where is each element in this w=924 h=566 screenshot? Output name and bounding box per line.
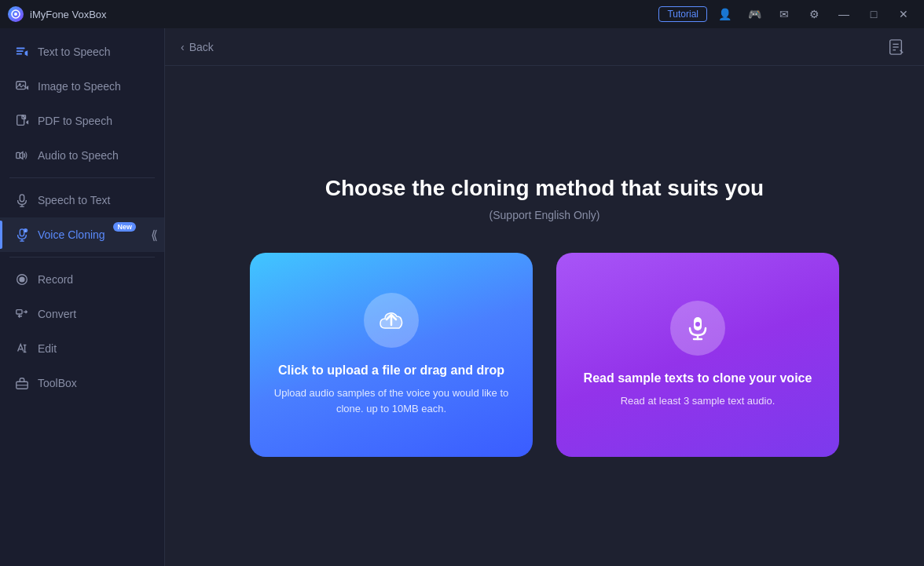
record-card-desc: Read at least 3 sample text audio. [621, 393, 776, 409]
speech-to-text-icon [14, 192, 30, 208]
sidebar-label-edit: Edit [38, 342, 57, 355]
tutorial-button[interactable]: Tutorial [658, 6, 707, 22]
game-icon[interactable]: 🎮 [742, 5, 767, 24]
close-button[interactable]: ✕ [891, 5, 916, 24]
sidebar-item-toolbox[interactable]: ToolBox [0, 366, 164, 400]
svg-rect-20 [16, 310, 22, 314]
help-icon[interactable] [883, 35, 908, 60]
sidebar-label-convert: Convert [38, 308, 76, 320]
sidebar-item-speech-to-text[interactable]: Speech to Text [0, 183, 164, 217]
svg-point-1 [14, 13, 17, 16]
edit-icon [14, 341, 30, 356]
user-icon[interactable]: 👤 [712, 5, 737, 24]
sidebar-label-speech-to-text: Speech to Text [38, 194, 110, 206]
sidebar-label-audio-to-speech: Audio to Speech [38, 149, 119, 162]
sidebar-label-image-to-speech: Image to Speech [38, 80, 121, 93]
toolbox-icon [14, 375, 30, 391]
audio-to-speech-icon [14, 148, 30, 163]
microphone-icon [684, 314, 712, 342]
pdf-to-speech-icon [14, 113, 30, 129]
sidebar-item-convert[interactable]: Convert [0, 297, 164, 331]
sidebar-item-record[interactable]: Record [0, 262, 164, 297]
sidebar-item-pdf-to-speech[interactable]: PDF to Speech [0, 104, 164, 138]
app-icon [8, 6, 24, 22]
record-voice-card[interactable]: Read sample texts to clone your voice Re… [556, 253, 839, 457]
record-icon-wrap [670, 301, 725, 356]
page-title: Choose the cloning method that suits you [325, 176, 764, 201]
upload-cloud-icon [377, 306, 405, 334]
svg-rect-2 [16, 48, 25, 49]
text-to-speech-icon [14, 44, 30, 60]
sidebar-collapse-arrows[interactable]: ⟪ [151, 228, 158, 243]
voice-cloning-new-badge: New [113, 222, 136, 232]
svg-rect-10 [20, 195, 24, 202]
sidebar-divider-1 [9, 177, 155, 178]
title-bar-right: Tutorial 👤 🎮 ✉ ⚙ — □ ✕ [658, 5, 916, 24]
title-bar: iMyFone VoxBox Tutorial 👤 🎮 ✉ ⚙ — □ ✕ [0, 0, 924, 28]
image-to-speech-icon [14, 79, 30, 94]
svg-rect-4 [16, 53, 22, 55]
back-chevron-icon: ‹ [181, 41, 185, 53]
main-layout: Text to Speech Image to Speech [0, 28, 924, 566]
title-bar-left: iMyFone VoxBox [8, 6, 107, 22]
back-button[interactable]: ‹ Back [181, 41, 214, 53]
maximize-button[interactable]: □ [861, 5, 886, 24]
sidebar-label-text-to-speech: Text to Speech [38, 46, 111, 58]
record-card-title: Read sample texts to clone your voice [584, 371, 812, 385]
main-content: Choose the cloning method that suits you… [165, 66, 924, 566]
svg-rect-3 [16, 50, 24, 52]
sidebar: Text to Speech Image to Speech [0, 28, 165, 566]
svg-point-19 [19, 276, 24, 282]
upload-icon-wrap [364, 293, 419, 348]
upload-file-card[interactable]: Click to upload a file or drag and drop … [250, 253, 533, 457]
sidebar-label-pdf-to-speech: PDF to Speech [38, 115, 112, 127]
sidebar-label-voice-cloning: Voice Cloning [38, 228, 105, 241]
sidebar-item-edit[interactable]: Edit [0, 331, 164, 366]
upload-card-desc: Upload audio samples of the voice you wo… [273, 385, 509, 416]
back-label: Back [189, 41, 214, 53]
record-icon [14, 272, 30, 287]
sidebar-item-voice-cloning[interactable]: + Voice Cloning New ⟪ [0, 217, 164, 252]
upload-card-title: Click to upload a file or drag and drop [278, 363, 504, 378]
sidebar-label-toolbox: ToolBox [38, 377, 77, 389]
page-subtitle: (Support English Only) [490, 209, 600, 221]
svg-point-34 [695, 322, 700, 327]
sidebar-label-record: Record [38, 273, 73, 286]
app-title: iMyFone VoxBox [30, 9, 107, 20]
mail-icon[interactable]: ✉ [772, 5, 797, 24]
sidebar-item-text-to-speech[interactable]: Text to Speech [0, 35, 164, 69]
svg-text:+: + [24, 229, 26, 232]
voice-cloning-icon: + [14, 227, 30, 243]
content-area: ‹ Back Choose the cloning method that su… [165, 28, 924, 566]
sidebar-item-image-to-speech[interactable]: Image to Speech [0, 69, 164, 104]
cloning-method-cards: Click to upload a file or drag and drop … [250, 253, 839, 457]
sidebar-divider-2 [9, 257, 155, 257]
content-header: ‹ Back [165, 28, 924, 66]
convert-icon [14, 306, 30, 322]
minimize-button[interactable]: — [831, 5, 856, 24]
settings-icon[interactable]: ⚙ [801, 5, 827, 24]
sidebar-item-audio-to-speech[interactable]: Audio to Speech [0, 138, 164, 173]
